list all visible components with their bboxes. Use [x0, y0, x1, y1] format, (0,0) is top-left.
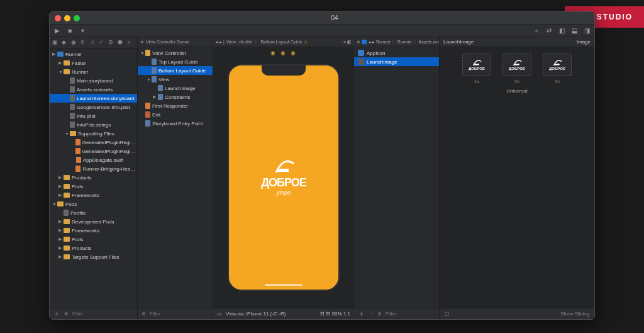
folder-icon [64, 184, 70, 189]
library-button[interactable]: ＋ [531, 26, 541, 36]
panel-toggle-right[interactable]: ◨ [582, 26, 592, 36]
tree-row[interactable]: ▶Runner [50, 50, 137, 59]
view-mode-icon[interactable]: ▢ [445, 311, 450, 317]
panel-toggle-bottom[interactable]: ⬓ [569, 26, 579, 36]
storyboard-canvas[interactable]: ◉ ◉ ◉ → ДОБРОЕ утро [213, 47, 354, 308]
tree-row[interactable]: Info.plist [50, 111, 137, 120]
canvas-area: ◂ ▸ | View...ntroller 〉 Bottom Layout Gu… [213, 37, 354, 319]
tree-row[interactable]: LaunchScreen.storyboard [50, 94, 137, 103]
outline-tree[interactable]: ▼View ControllerTop Layout GuideBottom L… [138, 47, 213, 308]
first-responder-icon[interactable]: ◉ [280, 50, 287, 56]
find-tab-icon[interactable]: ⚲ [80, 39, 88, 47]
outline-row[interactable]: ▼View Controller [138, 48, 213, 57]
scale-thumb[interactable]: ДОБРОЕ2x [502, 54, 531, 84]
jump-segment[interactable]: Bottom Layout Guide [261, 40, 303, 44]
scheme-selector[interactable]: ▾ [77, 26, 87, 36]
add-asset-button[interactable]: ＋ [358, 309, 365, 319]
editor-jumpbar[interactable]: ◂ ▸ | View...ntroller 〉 Bottom Layout Gu… [213, 37, 354, 47]
outline-toggle-icon[interactable]: ▭ [217, 311, 222, 317]
c-icon [158, 94, 163, 100]
svg-rect-0 [277, 169, 289, 172]
outline-row[interactable]: Top Layout Guide [138, 57, 213, 66]
outline-row[interactable]: Exit [138, 110, 213, 119]
close-tab-icon[interactable]: ✕ [357, 40, 360, 45]
symbol-tab-icon[interactable]: ◉ [71, 39, 79, 47]
tree-label: LaunchScreen.storyboard [77, 96, 135, 101]
warning-icon[interactable]: ⚠ [304, 40, 308, 45]
v-icon [152, 76, 157, 82]
navigator-filter-input[interactable] [72, 311, 138, 317]
show-slicing-button[interactable]: Show Slicing [560, 311, 589, 317]
tree-row[interactable]: Podfile [50, 208, 137, 217]
issue-tab-icon[interactable]: ⚠ [90, 39, 97, 47]
tree-row[interactable]: ▶Frameworks [50, 191, 137, 200]
tree-row[interactable]: Assets.xcassets [50, 85, 137, 94]
view-as-label[interactable]: View as: iPhone 11 (▫C ▫R) [226, 311, 286, 317]
jump-item[interactable]: View Controller Scene [146, 40, 189, 44]
filter-icon[interactable]: ⊚ [64, 311, 69, 317]
tree-row[interactable]: ▼Pods [50, 200, 137, 208]
close-icon[interactable] [55, 15, 61, 21]
jump-segment[interactable]: View...ntroller [226, 40, 253, 44]
asset-row[interactable]: AppIcon [354, 48, 439, 57]
project-navigator: ▣ ◆ ◉ ⚲ ⚠ ✓ ⚙ ⬣ ≡ ▶Runner▶Flutter▼Runner… [50, 37, 138, 319]
filter-icon[interactable]: ⊚ [377, 311, 382, 317]
add-button[interactable]: ＋ [53, 309, 60, 319]
document-outline: ✕ View Controller Scene ▼View Controller… [138, 37, 213, 319]
close-tab-icon[interactable]: ✕ [140, 40, 144, 45]
tree-row[interactable]: GeneratedPluginRegistrant.h [50, 138, 137, 147]
tree-row[interactable]: AppDelegate.swift [50, 155, 137, 164]
tree-row[interactable]: ▶Products [50, 244, 137, 252]
outline-label: View Controller [152, 50, 186, 56]
source-tab-icon[interactable]: ◆ [62, 39, 69, 47]
stop-button[interactable]: ■ [65, 26, 75, 36]
outline-row[interactable]: ▼View [138, 75, 213, 84]
run-button[interactable]: ▶ [52, 26, 62, 36]
vc-icon[interactable]: ◉ [270, 50, 277, 56]
tree-row[interactable]: ▶Frameworks [50, 226, 137, 235]
tree-row[interactable]: ▶Flutter [50, 59, 137, 67]
folder-tab-icon[interactable]: ▣ [52, 39, 60, 47]
thumb-well[interactable]: ДОБРОЕ [502, 54, 531, 76]
test-tab-icon[interactable]: ✓ [99, 39, 106, 47]
tree-row[interactable]: GeneratedPluginRegistrant.m [50, 147, 137, 155]
tree-row[interactable]: ▶Development Pods [50, 217, 137, 226]
assets-breadcrumb[interactable]: ✕ 🟦 ◂ ▸ Runner 〉 Runner 〉 Assets.xcasset… [354, 37, 439, 47]
filter-icon[interactable]: ⊚ [142, 311, 146, 317]
tree-row[interactable]: Runner-Bridging-Header.h [50, 164, 137, 173]
tree-row[interactable]: Main.storyboard [50, 76, 137, 85]
zoom-controls[interactable]: ⊟ ⊞ 50% 1:1 [320, 311, 350, 317]
tree-row[interactable]: GoogleService-Info.plist [50, 103, 137, 111]
device-preview[interactable]: ДОБРОЕ утро [228, 64, 340, 291]
thumb-well[interactable]: ДОБРОЕ [462, 54, 491, 76]
assets-list[interactable]: AppIconLaunchImage [354, 47, 439, 308]
outline-filter-input[interactable] [150, 311, 216, 317]
code-review-button[interactable]: ⇄ [544, 26, 554, 36]
breakpoint-tab-icon[interactable]: ⬣ [118, 39, 125, 47]
asset-row[interactable]: LaunchImage [354, 57, 439, 66]
preview-body: ДОБРОЕ1xДОБРОЕ2xДОБРОЕ3x Universal [440, 47, 594, 100]
debug-tab-icon[interactable]: ⚙ [108, 39, 116, 47]
outline-row[interactable]: LaunchImage [138, 84, 213, 93]
outline-row[interactable]: Storyboard Entry Point [138, 119, 213, 128]
thumb-well[interactable]: ДОБРОЕ [543, 54, 572, 76]
panel-toggle-left[interactable]: ◧ [557, 26, 567, 36]
outline-row[interactable]: ▶Constraints [138, 93, 213, 101]
report-tab-icon[interactable]: ≡ [127, 39, 135, 47]
tree-row[interactable]: ▶Pods [50, 182, 137, 191]
outline-row[interactable]: First Responder [138, 101, 213, 110]
tree-row[interactable]: ▶Pods [50, 235, 137, 244]
scale-thumb[interactable]: ДОБРОЕ1x [462, 54, 491, 84]
file-tree[interactable]: ▶Runner▶Flutter▼RunnerMain.storyboardAss… [50, 48, 137, 308]
tree-row[interactable]: InfoPlist.strings [50, 120, 137, 129]
zoom-icon[interactable] [74, 15, 80, 21]
tree-row[interactable]: ▶Targets Support Files [50, 252, 137, 261]
minimize-icon[interactable] [64, 15, 70, 21]
exit-icon[interactable]: ◉ [291, 50, 297, 56]
tree-row[interactable]: ▼Supporting Files [50, 129, 137, 138]
remove-asset-button[interactable]: － [369, 310, 374, 317]
tree-row[interactable]: ▼Runner [50, 67, 137, 76]
outline-row[interactable]: Bottom Layout Guide [138, 66, 213, 75]
tree-row[interactable]: ▶Products [50, 173, 137, 182]
scale-thumb[interactable]: ДОБРОЕ3x [543, 54, 572, 84]
